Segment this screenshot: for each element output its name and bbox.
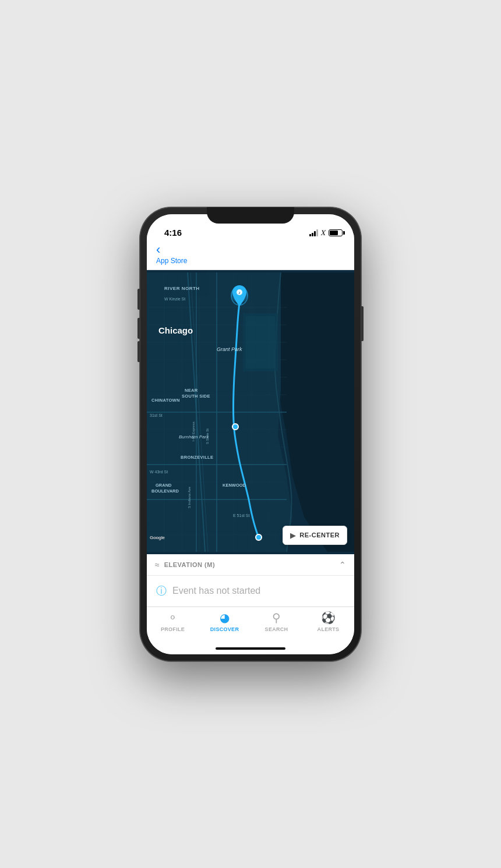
event-status-text: Event has not started (172, 586, 260, 596)
svg-text:Chicago: Chicago (158, 325, 193, 335)
tab-search-label: SEARCH (265, 626, 288, 632)
home-indicator (147, 644, 354, 654)
recenter-label: RE-CENTER (299, 532, 340, 538)
svg-text:RIVER NORTH: RIVER NORTH (164, 286, 200, 291)
svg-rect-30 (246, 316, 275, 369)
phone-screen: 4:16 𝛸 ‹ App Store (147, 214, 354, 654)
svg-text:S Indiana Ave: S Indiana Ave (188, 486, 191, 508)
svg-text:♪: ♪ (238, 290, 241, 295)
svg-text:GRAND: GRAND (156, 483, 172, 488)
app-store-label: App Store (156, 257, 187, 265)
tab-discover[interactable]: ◕ DISCOVER (199, 611, 250, 632)
tab-bar: ⚬ PROFILE ◕ DISCOVER ⚲ SEARCH ⚽ ALERTS (147, 607, 354, 644)
tab-search[interactable]: ⚲ SEARCH (250, 611, 302, 632)
svg-text:BOULEVARD: BOULEVARD (151, 488, 179, 494)
info-circle-icon: ⓘ (156, 584, 167, 598)
event-status-row: ⓘ Event has not started (147, 576, 354, 607)
map-svg: ♪ RIVER NORTH W Kinzie St Chicago Grant … (147, 270, 354, 554)
discover-icon: ◕ (220, 611, 230, 625)
search-icon: ⚲ (272, 611, 281, 625)
svg-text:E 51st St: E 51st St (233, 513, 249, 518)
recenter-icon: ▶ (290, 531, 296, 540)
svg-text:SOUTH SIDE: SOUTH SIDE (182, 394, 210, 399)
elevation-section: ≈ ELEVATION (m) ⌃ ⓘ Event has not starte… (147, 554, 354, 607)
tab-profile-label: PROFILE (161, 626, 185, 632)
svg-text:CHINATOWN: CHINATOWN (151, 398, 180, 403)
back-button[interactable]: ‹ App Store (156, 243, 187, 265)
profile-icon: ⚬ (168, 611, 178, 625)
elevation-label: ELEVATION (m) (164, 561, 215, 568)
navigation-bar: ‹ App Store (147, 240, 354, 270)
elevation-chart-icon: ≈ (155, 560, 160, 569)
back-arrow-icon: ‹ (156, 243, 187, 256)
elevation-header[interactable]: ≈ ELEVATION (m) ⌃ (147, 554, 354, 576)
svg-text:KENWOOD: KENWOOD (223, 483, 246, 488)
svg-text:I-90 Express: I-90 Express (192, 421, 195, 441)
status-time: 4:16 (158, 228, 182, 238)
svg-text:BRONZEVILLE: BRONZEVILLE (181, 455, 213, 460)
wifi-icon: 𝛸 (321, 228, 326, 238)
svg-point-36 (256, 534, 262, 540)
tab-profile[interactable]: ⚬ PROFILE (147, 611, 199, 632)
notch (207, 207, 294, 224)
svg-text:Grant Park: Grant Park (217, 346, 242, 352)
elevation-chevron-icon: ⌃ (339, 560, 346, 569)
home-bar (216, 647, 285, 650)
battery-icon (329, 229, 343, 236)
svg-text:S State St: S State St (206, 428, 209, 444)
svg-text:Google: Google (150, 535, 165, 540)
tab-alerts[interactable]: ⚽ ALERTS (302, 611, 354, 632)
svg-text:NEAR: NEAR (185, 388, 198, 393)
svg-text:W Kinzie St: W Kinzie St (164, 297, 185, 301)
phone-frame: 4:16 𝛸 ‹ App Store (140, 207, 361, 661)
map-view[interactable]: ♪ RIVER NORTH W Kinzie St Chicago Grant … (147, 270, 354, 554)
alerts-icon: ⚽ (321, 611, 336, 625)
tab-discover-label: DISCOVER (210, 626, 239, 632)
svg-text:W 43rd St: W 43rd St (150, 470, 168, 474)
tab-alerts-label: ALERTS (317, 626, 340, 632)
elevation-left: ≈ ELEVATION (m) (155, 560, 215, 569)
svg-point-35 (232, 424, 238, 430)
svg-text:31st St: 31st St (150, 413, 163, 417)
status-icons: 𝛸 (309, 228, 343, 238)
recenter-button[interactable]: ▶ RE-CENTER (283, 526, 347, 545)
signal-icon (309, 229, 318, 236)
